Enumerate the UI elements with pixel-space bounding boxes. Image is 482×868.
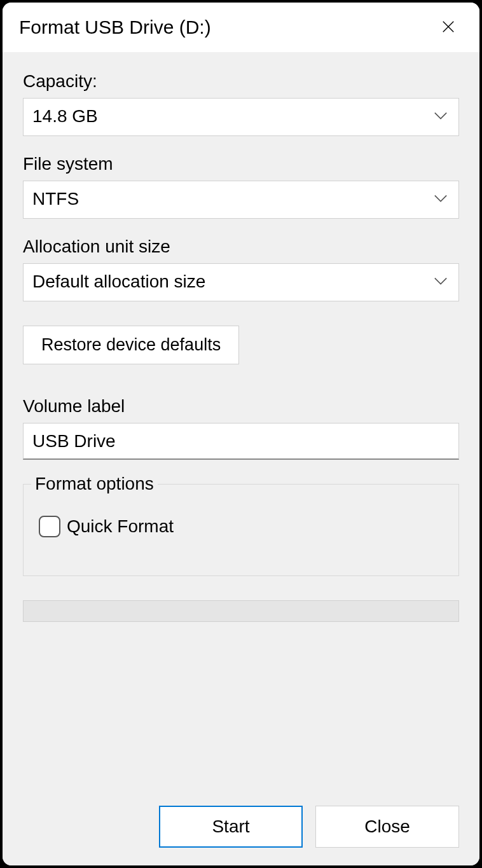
capacity-label: Capacity:: [23, 71, 459, 92]
format-dialog: Format USB Drive (D:) Capacity: 14.8 GB: [1, 1, 481, 867]
titlebar: Format USB Drive (D:): [3, 3, 479, 52]
button-row: Start Close: [23, 806, 459, 848]
capacity-select[interactable]: 14.8 GB: [23, 98, 459, 136]
file-system-label: File system: [23, 154, 459, 174]
progress-bar: [23, 600, 459, 622]
restore-defaults-button[interactable]: Restore device defaults: [23, 326, 239, 364]
close-button[interactable]: Close: [315, 806, 459, 848]
file-system-field: File system NTFS: [23, 154, 459, 219]
volume-label-label: Volume label: [23, 396, 459, 417]
format-options-legend: Format options: [31, 474, 158, 494]
quick-format-checkbox[interactable]: [39, 516, 60, 537]
allocation-unit-field: Allocation unit size Default allocation …: [23, 237, 459, 301]
allocation-unit-label: Allocation unit size: [23, 237, 459, 257]
dialog-content: Capacity: 14.8 GB File system NTFS: [3, 52, 479, 865]
close-icon: [441, 20, 455, 36]
dialog-title: Format USB Drive (D:): [19, 17, 211, 38]
allocation-unit-select[interactable]: Default allocation size: [23, 263, 459, 301]
start-button[interactable]: Start: [159, 806, 303, 848]
volume-label-input[interactable]: [23, 423, 459, 460]
quick-format-label: Quick Format: [67, 516, 174, 537]
volume-label-field: Volume label: [23, 396, 459, 460]
format-options-group: Format options Quick Format: [23, 474, 459, 576]
quick-format-row: Quick Format: [39, 516, 448, 537]
close-icon-button[interactable]: [434, 13, 463, 42]
file-system-select[interactable]: NTFS: [23, 181, 459, 219]
capacity-field: Capacity: 14.8 GB: [23, 71, 459, 136]
